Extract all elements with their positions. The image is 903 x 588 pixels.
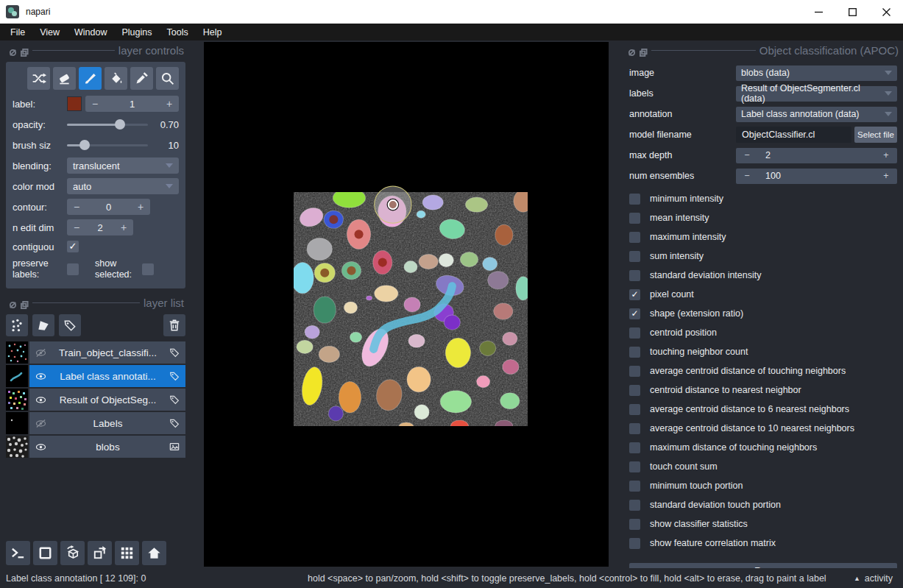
feature-checkbox[interactable]	[629, 538, 640, 549]
feature-checkbox[interactable]	[629, 519, 640, 530]
menu-item[interactable]: Plugins	[115, 24, 160, 40]
maximize-button[interactable]	[835, 0, 869, 24]
layer-row[interactable]: Train_object_classifi...	[6, 341, 185, 364]
menu-item[interactable]: Tools	[160, 24, 196, 40]
feature-checkbox[interactable]	[629, 366, 640, 377]
model-filename-input[interactable]	[736, 127, 851, 143]
color-picker-button[interactable]	[130, 67, 153, 90]
feature-checkbox[interactable]	[629, 213, 640, 224]
visibility-eye-icon[interactable]	[35, 370, 47, 383]
feature-checkbox[interactable]	[629, 461, 640, 472]
layer-thumbnail	[6, 436, 28, 458]
feature-checkbox-row: show classifier statistics	[629, 514, 897, 534]
feature-checkbox[interactable]	[629, 327, 640, 339]
grid-view-button[interactable]	[115, 541, 139, 565]
menu-item[interactable]: Help	[196, 24, 230, 40]
transpose-dimensions-button[interactable]	[88, 541, 112, 565]
visibility-eye-icon[interactable]	[35, 441, 47, 453]
decrement-button[interactable]: −	[736, 150, 758, 160]
feature-checkbox[interactable]: ✓	[629, 289, 640, 300]
feature-checkbox[interactable]	[629, 270, 640, 281]
increment-button[interactable]: +	[875, 171, 897, 181]
new-shapes-layer-button[interactable]	[32, 314, 54, 336]
activity-toggle[interactable]: ▲ activity	[854, 573, 893, 584]
brush-size-slider[interactable]	[67, 140, 148, 150]
feature-checkbox[interactable]	[629, 423, 640, 434]
dock-float-icon[interactable]	[21, 46, 29, 54]
menu-item[interactable]: File	[3, 24, 32, 40]
dock-hide-icon[interactable]	[628, 46, 636, 54]
labels-dropdown[interactable]: Result of ObjectSegmenter.cl (data)	[736, 86, 897, 102]
shuffle-colors-button[interactable]	[27, 67, 50, 90]
roll-dimensions-button[interactable]	[60, 541, 85, 565]
brush-cursor	[375, 186, 411, 223]
opacity-slider[interactable]	[67, 119, 148, 130]
status-help-text: hold <space> to pan/zoom, hold <shift> t…	[308, 573, 826, 584]
visibility-eye-icon[interactable]	[35, 394, 47, 406]
annotation-dropdown[interactable]: Label class annotation (data)	[736, 107, 897, 122]
viewer-canvas[interactable]	[204, 42, 609, 567]
feature-checkbox[interactable]	[629, 194, 640, 205]
increment-button[interactable]: +	[875, 150, 897, 160]
feature-checkbox[interactable]	[629, 232, 640, 243]
opacity-slider-handle[interactable]	[115, 119, 125, 130]
num-ensembles-value[interactable]: 100	[758, 171, 875, 181]
home-reset-view-button[interactable]	[142, 541, 166, 565]
feature-checkbox-row: maximum distance of touching neighbors	[629, 438, 897, 457]
decrement-button[interactable]: −	[67, 201, 86, 213]
ndisplay-toggle-button[interactable]	[33, 541, 57, 565]
new-labels-layer-button[interactable]	[59, 314, 81, 336]
decrement-button[interactable]: −	[736, 171, 758, 181]
feature-checkbox[interactable]: ✓	[629, 308, 640, 319]
color-mode-dropdown[interactable]: auto	[67, 178, 179, 194]
increment-button[interactable]: +	[160, 98, 179, 110]
menu-item[interactable]: Window	[67, 24, 114, 40]
decrement-button[interactable]: −	[67, 222, 86, 233]
feature-checkbox[interactable]	[629, 251, 640, 262]
decrement-button[interactable]: −	[85, 98, 105, 110]
visibility-eye-icon[interactable]	[35, 417, 47, 430]
dock-hide-icon[interactable]	[9, 299, 17, 307]
show-selected-checkbox[interactable]	[142, 263, 154, 275]
brush-size-slider-handle[interactable]	[79, 140, 90, 150]
contiguous-checkbox[interactable]: ✓	[67, 241, 79, 252]
label-value[interactable]: 1	[105, 99, 160, 110]
select-file-button[interactable]: Select file	[854, 127, 897, 143]
feature-checkbox[interactable]	[629, 347, 640, 358]
new-points-layer-button[interactable]	[6, 314, 28, 336]
visibility-eye-icon[interactable]	[35, 347, 47, 359]
increment-button[interactable]: +	[114, 222, 133, 233]
feature-checkbox[interactable]	[629, 442, 640, 453]
layer-row[interactable]: Result of ObjectSeg...	[6, 389, 185, 411]
model-filename-label: model filename	[629, 130, 736, 140]
delete-layer-button[interactable]	[163, 314, 185, 336]
dock-float-icon[interactable]	[640, 46, 648, 54]
label-color-swatch[interactable]	[67, 96, 82, 111]
max-depth-value[interactable]: 2	[758, 150, 875, 160]
minimize-button[interactable]	[801, 0, 835, 24]
blending-dropdown[interactable]: translucent	[67, 157, 179, 174]
feature-checkbox[interactable]	[629, 385, 640, 396]
eraser-button[interactable]	[53, 67, 76, 90]
n-edit-dim-value[interactable]: 2	[86, 222, 114, 233]
napari-logo-icon	[6, 5, 19, 18]
chevron-down-icon	[885, 91, 892, 96]
layer-row[interactable]: blobs	[6, 436, 185, 458]
increment-button[interactable]: +	[131, 201, 150, 213]
dock-float-icon[interactable]	[21, 299, 29, 307]
fill-bucket-button[interactable]	[105, 67, 127, 90]
close-button[interactable]	[869, 0, 903, 24]
feature-checkbox[interactable]	[629, 500, 640, 511]
feature-checkbox[interactable]	[629, 481, 640, 492]
pan-zoom-button[interactable]	[156, 67, 179, 90]
feature-checkbox[interactable]	[629, 404, 640, 415]
contour-value[interactable]: 0	[86, 202, 131, 213]
layer-row[interactable]: Label class annotati...	[6, 365, 185, 387]
console-button[interactable]	[6, 541, 30, 565]
layer-row[interactable]: Labels	[6, 412, 185, 434]
menu-item[interactable]: View	[32, 24, 67, 40]
image-dropdown[interactable]: blobs (data)	[736, 65, 897, 81]
preserve-labels-checkbox[interactable]	[67, 263, 79, 275]
paintbrush-button[interactable]	[79, 67, 102, 90]
dock-hide-icon[interactable]	[9, 46, 17, 54]
